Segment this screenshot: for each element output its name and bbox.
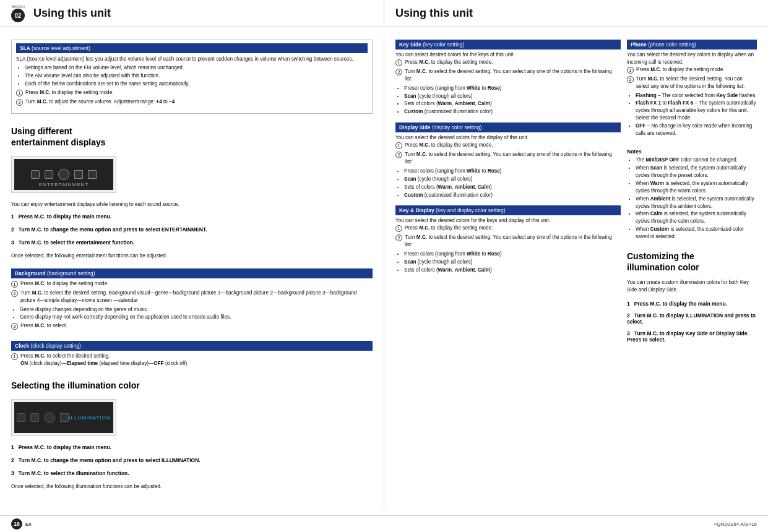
sla-step1: 1 Press M.C. to display the setting mode… [16, 89, 368, 97]
displayside-block: Display Side (display color setting) You… [395, 122, 621, 202]
ent-step1-num: 1 [11, 213, 17, 220]
notes-bullets: The MIX/DISP OFF color cannot be changed… [636, 157, 757, 241]
entertainment-heading: Using differententertainment displays [11, 126, 373, 148]
illum-step2-num: 2 [11, 457, 17, 463]
keyside-bullet-3: Sets of colors (Warm, Ambient, Calm) [404, 100, 621, 108]
keydisplay-bullet-1: Preset colors (ranging from White to Ros… [404, 251, 621, 258]
sla-intro: SLA (Source level adjustment) lets you a… [16, 56, 368, 63]
displayside-bullet-4: Custom (customized illumination color) [404, 192, 621, 199]
ent-step3-wrap: 3 Turn M.C. to select the entertainment … [11, 239, 373, 246]
phone-header: Phone (phone color setting) [627, 40, 757, 49]
page-wrapper: Section 02 Using this unit Using this un… [0, 0, 768, 532]
bg-bullet-2: Genre display may not work correctly dep… [20, 314, 373, 321]
phone-bullet-2: Flash FX 1 to Flash FX 6 – The system au… [636, 100, 757, 122]
cust-step1-num: 1 [627, 301, 632, 307]
phone-step1-text: Press M.C. to display the setting mode. [636, 66, 724, 74]
ent-icon-1 [31, 170, 40, 179]
sla-header-bold: SLA [20, 45, 30, 51]
phone-step1: 1 Press M.C. to display the setting mode… [627, 66, 757, 74]
keydisplay-bullets: Preset colors (ranging from White to Ros… [404, 251, 621, 274]
sla-step2-num: 2 [16, 99, 23, 106]
sla-header-normal: (source level adjustment) [32, 45, 90, 51]
cust-step3-num: 3 [627, 330, 632, 337]
ent-step3-text: Turn M.C. to select the entertainment fu… [19, 239, 134, 246]
keyside-intro: You can select desired colors for the ke… [395, 51, 621, 59]
background-content: 1 Press M.C. to display the setting mode… [11, 278, 373, 334]
clock-step1-text: Press M.C. to select the desired setting… [20, 353, 187, 367]
illum-step2-text: Turn M.C. to change the menu option and … [19, 457, 201, 463]
main-content: SLA (source level adjustment) SLA (Sourc… [0, 27, 768, 515]
sla-bullet-1: Settings are based on the FM volume leve… [25, 64, 368, 72]
displayside-step2-text: Turn M.C. to select the desired setting.… [405, 151, 621, 166]
illum-icon-1 [17, 413, 25, 422]
right-col-left: Key Side (key color setting) You can sel… [395, 40, 621, 503]
keyside-step1-text: Press M.C. to display the setting mode. [405, 59, 493, 66]
phone-step2-text: Turn M.C. to select the desired setting.… [636, 75, 757, 90]
right-col-right: Phone (phone color setting) You can sele… [627, 40, 757, 503]
page-num-circle: 16 [11, 518, 22, 530]
keyside-step2-text: Turn M.C. to select the desired setting.… [405, 68, 621, 83]
illum-step3-text: Turn M.C. to select the illumination fun… [19, 470, 129, 476]
keydisplay-step2-text: Turn M.C. to select the desired setting.… [405, 234, 621, 249]
keydisplay-step1-text: Press M.C. to display the setting mode. [405, 225, 493, 232]
illum-step3-num: 3 [11, 470, 17, 476]
keyside-header-normal: (key color setting) [423, 41, 464, 48]
sla-step1-num: 1 [16, 90, 23, 97]
phone-bullet-1: Flashing – The color selected from Key S… [636, 92, 757, 100]
illum-icon-3 [44, 412, 55, 423]
phone-intro: You can select the desired key colors to… [627, 51, 757, 66]
cust-step2-wrap: 2 Turn M.C. to display ILLUMINATION and … [627, 312, 757, 325]
phone-step1-num: 1 [627, 67, 634, 74]
clock-header-bold: Clock [15, 343, 29, 349]
displayside-bullet-1: Preset colors (ranging from White to Ros… [404, 168, 621, 175]
bg-step3-text: Press M.C. to select. [20, 322, 67, 330]
footer-product-code: <QRD3154-A/S>16 [714, 521, 757, 527]
displayside-header-bold: Display Side [399, 124, 431, 131]
keydisplay-step1: 1 Press M.C. to display the setting mode… [395, 225, 621, 232]
keydisplay-header-bold: Key & Display [399, 207, 434, 213]
header-left: Section 02 Using this unit [0, 0, 384, 27]
displayside-step1-num: 1 [395, 142, 402, 149]
bg-step3: 3 Press M.C. to select. [11, 322, 373, 330]
bg-bullets: Genre display changes depending on the g… [20, 306, 373, 322]
cust-step1-wrap: 1 Press M.C. to display the main menu. [627, 301, 757, 307]
illumination-image: ILLUMINATION [11, 399, 116, 436]
phone-step2-num: 2 [627, 76, 634, 83]
illumination-img-inner: ILLUMINATION [14, 402, 113, 433]
illum-label: ILLUMINATION [69, 415, 110, 421]
keyside-step1: 1 Press M.C. to display the setting mode… [395, 59, 621, 66]
sla-bullet-2: The AM volume level can also be adjusted… [25, 72, 368, 80]
keyside-content: You can select desired colors for the ke… [395, 49, 621, 119]
page-title-left: Using this unit [33, 7, 111, 20]
sla-bullet-3: Each of the below combinations are set t… [25, 80, 368, 88]
background-header-bold: Background [15, 270, 46, 277]
keyside-block: Key Side (key color setting) You can sel… [395, 40, 621, 119]
ent-icon-2 [45, 170, 53, 179]
illum-step1-wrap: 1 Press M.C. to display the main menu. [11, 444, 373, 450]
displayside-content: You can select the desired colors for th… [395, 132, 621, 202]
phone-block: Phone (phone color setting) You can sele… [627, 40, 757, 140]
notes-heading: Notes [627, 148, 757, 155]
keyside-bullet-2: Scan (cycle through all colors) [404, 93, 621, 100]
bg-bullet-1: Genre display changes depending on the g… [20, 306, 373, 314]
displayside-step2-num: 2 [395, 152, 402, 158]
section-label-left: Section [11, 4, 25, 9]
displayside-step2: 2 Turn M.C. to select the desired settin… [395, 151, 621, 166]
keydisplay-header-normal: (key and display color setting) [436, 207, 505, 213]
sla-content: SLA (Source level adjustment) lets you a… [16, 53, 368, 110]
entertainment-img-inner: ENTERTAINMENT [14, 159, 113, 190]
keydisplay-bullet-2: Scan (cycle through all colors) [404, 259, 621, 266]
keyside-step2: 2 Turn M.C. to select the desired settin… [395, 68, 621, 83]
header: Section 02 Using this unit Using this un… [0, 0, 768, 27]
bg-step2: 2 Turn M.C. to select the desired settin… [11, 290, 373, 304]
phone-bullets: Flashing – The color selected from Key S… [636, 92, 757, 137]
notes-bullet-6: When Custom is selected, the customized … [636, 226, 757, 241]
keydisplay-content: You can select the desired colors for th… [395, 215, 621, 277]
clock-content: 1 Press M.C. to select the desired setti… [11, 351, 373, 371]
displayside-header: Display Side (display color setting) [395, 122, 621, 132]
keyside-bullets: Preset colors (ranging from White to Ros… [404, 85, 621, 116]
entertainment-image: ENTERTAINMENT [11, 156, 116, 193]
header-right: Using this unit [384, 0, 768, 27]
ent-icon-4 [74, 170, 83, 179]
clock-block: Clock (clock display setting) 1 Press M.… [11, 341, 373, 371]
